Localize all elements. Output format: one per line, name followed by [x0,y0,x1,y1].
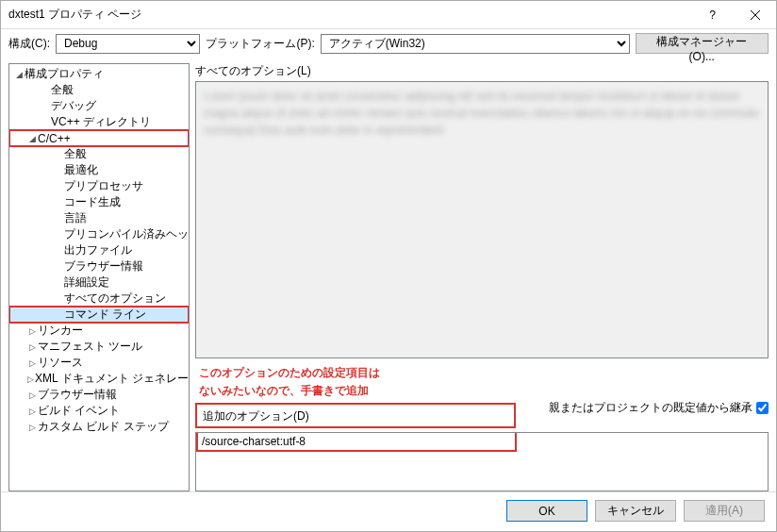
user-annotation: このオプションのための設定項目は ないみたいなので、手書きで追加 [199,363,380,398]
tree-arrow-icon: ▷ [26,358,38,368]
close-button[interactable] [734,1,776,29]
tree-item[interactable]: プリコンパイル済みヘッ [9,226,189,242]
tree-item-label: 出力ファイル [64,242,132,258]
tree-item-label: 全般 [64,146,87,162]
tree-item[interactable]: ▷ビルド イベント [9,403,189,419]
tree-arrow-icon: ▷ [26,326,38,336]
all-options-textbox[interactable]: Lorem ipsum dolor sit amet consectetur a… [195,81,769,358]
tree-arrow-icon: ▷ [26,407,38,416]
cancel-button[interactable]: キャンセル [595,500,676,522]
help-button[interactable]: ? [691,1,734,29]
ok-button[interactable]: OK [506,500,587,522]
close-icon [751,10,760,20]
nav-tree[interactable]: ◢構成プロパティ全般デバッグVC++ ディレクトリ◢C/C++全般最適化プリプロ… [8,63,190,491]
all-options-label: すべてのオプション(L) [195,63,769,79]
tree-arrow-icon: ▷ [26,374,35,384]
tree-item[interactable]: コマンド ライン [9,307,189,323]
platform-select[interactable]: アクティブ(Win32) [321,34,630,54]
tree-item-label: マニフェスト ツール [38,339,142,355]
tree-item[interactable]: ◢C/C++ [9,130,189,146]
tree-item-label: すべてのオプション [64,291,166,307]
config-manager-button[interactable]: 構成マネージャー(O)... [636,33,769,54]
tree-item[interactable]: ▷マニフェスト ツール [9,339,189,355]
tree-arrow-icon: ▷ [26,342,38,352]
platform-label: プラットフォーム(P): [206,36,314,52]
tree-item[interactable]: 言語 [9,210,189,226]
tree-item-label: プリプロセッサ [64,178,143,194]
tree-item[interactable]: デバッグ [9,98,189,114]
tree-item[interactable]: 出力ファイル [9,242,189,258]
tree-item-label: リソース [38,355,83,371]
tree-item-label: コマンド ライン [64,307,146,323]
footer: OK キャンセル 適用(A) [1,491,776,529]
tree-item[interactable]: ブラウザー情報 [9,258,189,274]
titlebar: dxtest1 プロパティ ページ ? [1,1,776,29]
tree-item[interactable]: 全般 [9,146,189,162]
tree-item-label: 最適化 [64,162,98,178]
inherit-checkbox[interactable] [756,402,769,414]
inherit-label: 親またはプロジェクトの既定値から継承 [549,400,752,416]
tree-arrow-icon: ▷ [26,423,38,432]
tree-item-label: 構成プロパティ [25,66,104,82]
tree-item-label: カスタム ビルド ステップ [38,419,169,435]
tree-item[interactable]: ▷リンカー [9,323,189,339]
tree-item[interactable]: ◢構成プロパティ [9,66,189,82]
extra-options-label: 追加のオプション(D) [203,408,508,424]
config-label: 構成(C): [8,36,50,52]
tree-item-label: ブラウザー情報 [64,258,143,274]
tree-item-label: 言語 [64,210,87,226]
tree-arrow-icon: ◢ [13,70,25,79]
all-options-content: Lorem ipsum dolor sit amet consectetur a… [204,88,760,139]
tree-item-label: ビルド イベント [38,403,120,419]
content-pane: すべてのオプション(L) Lorem ipsum dolor sit amet … [195,63,769,491]
tree-item-label: 詳細設定 [64,274,109,291]
tree-item[interactable]: 詳細設定 [9,274,189,291]
tree-item[interactable]: プリプロセッサ [9,178,189,194]
tree-item-label: コード生成 [64,194,121,210]
tree-arrow-icon: ◢ [26,134,38,143]
tree-item[interactable]: ▷ブラウザー情報 [9,387,189,403]
config-select[interactable]: Debug [56,34,200,54]
apply-button[interactable]: 適用(A) [684,500,765,522]
tree-arrow-icon: ▷ [26,391,38,400]
tree-item-label: VC++ ディレクトリ [51,114,151,130]
tree-item[interactable]: VC++ ディレクトリ [9,114,189,130]
extra-options-wrapper [195,432,769,491]
tree-item-label: ブラウザー情報 [38,387,117,403]
tree-item-label: C/C++ [38,132,71,145]
tree-item-label: 全般 [51,82,74,98]
tree-item[interactable]: コード生成 [9,194,189,210]
tree-item[interactable]: すべてのオプション [9,291,189,307]
tree-item[interactable]: 最適化 [9,162,189,178]
tree-item-label: リンカー [38,323,83,339]
extra-options-header-box: 追加のオプション(D) [195,403,516,428]
extra-options-textarea[interactable] [196,452,768,488]
tree-item[interactable]: ▷XML ドキュメント ジェネレー [9,371,189,387]
toolbar: 構成(C): Debug プラットフォーム(P): アクティブ(Win32) 構… [1,29,776,58]
window-title: dxtest1 プロパティ ページ [8,7,691,23]
tree-item-label: プリコンパイル済みヘッ [64,226,189,242]
tree-item[interactable]: 全般 [9,82,189,98]
tree-item-label: XML ドキュメント ジェネレー [35,371,189,387]
extra-options-input[interactable] [198,433,515,450]
tree-item[interactable]: ▷カスタム ビルド ステップ [9,419,189,435]
tree-item-label: デバッグ [51,98,96,114]
tree-item[interactable]: ▷リソース [9,355,189,371]
